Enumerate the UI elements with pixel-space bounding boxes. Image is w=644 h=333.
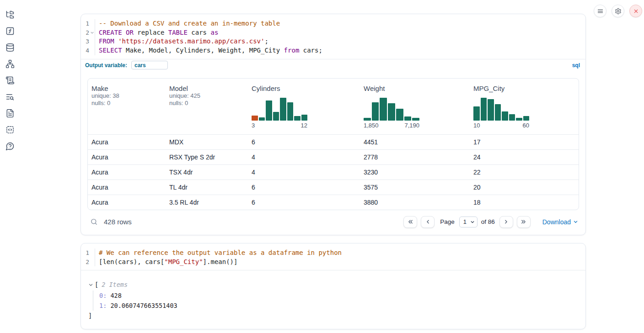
database-icon[interactable] [5,43,15,52]
column-stat: unique: 38 [91,92,162,100]
table-footer: 428 rows Page 1 of 86 [81,210,585,235]
histogram-bar[interactable] [509,114,515,121]
table-cell: Acura [88,184,166,191]
column-header-model[interactable]: Modelunique: 425nulls: 0 [166,79,248,134]
histogram-min-label: 3 [252,122,255,129]
tree-collapse-icon[interactable] [88,282,93,287]
python-code-editor[interactable]: 1# We can reference the output variable … [81,243,585,270]
histogram-bar[interactable] [259,117,265,121]
histogram-bar[interactable] [481,98,487,121]
histogram-bar[interactable] [473,106,480,121]
histogram-bar[interactable] [488,99,494,121]
tree-entry[interactable]: 1: 20.060747663551403 [99,301,578,311]
column-stat: nulls: 0 [91,100,162,107]
table-cell: 22 [470,169,579,176]
histogram-bar[interactable] [301,115,308,121]
chevron-down-icon [573,219,578,224]
table-cell: Acura [88,138,166,146]
first-page-button[interactable] [403,216,417,228]
histogram-bar[interactable] [516,118,522,121]
histogram-bar[interactable] [372,102,379,121]
previous-page-button[interactable] [421,216,435,228]
output-variable-label: Output variable: [85,62,127,69]
python-cell: 1# We can reference the output variable … [80,243,586,329]
histogram-bar[interactable] [388,103,395,121]
table-cell: 17 [470,138,579,146]
language-badge[interactable]: sql [572,62,580,69]
fold-spacer [89,37,95,46]
close-icon[interactable] [629,5,642,17]
gear-icon[interactable] [612,5,624,17]
table-cell: 6 [248,138,360,146]
column-title: Model [169,85,244,92]
table-cell: TSX 4dr [166,169,248,176]
document-icon[interactable] [5,109,15,118]
histogram-bar[interactable] [495,104,501,121]
help-icon[interactable] [5,142,15,151]
histogram-bar[interactable] [396,109,403,121]
next-page-button[interactable] [499,216,513,228]
download-button[interactable]: Download [542,218,578,226]
sql-code-editor[interactable]: 1-- Download a CSV and create an in-memo… [81,14,585,59]
page-select[interactable]: 1 [459,217,478,227]
scroll-icon[interactable] [5,76,15,85]
column-header-cylinders[interactable]: Cylinders312 [248,79,360,134]
histogram-bar[interactable] [294,116,301,121]
snippets-icon[interactable] [5,125,15,134]
code-line[interactable]: 2CREATE OR replace TABLE cars as [81,28,585,37]
table-row[interactable]: AcuraMDX6445117 [88,134,579,149]
column-header-make[interactable]: Makeunique: 38nulls: 0 [88,79,166,134]
line-number-gutter: 2 [81,28,95,37]
tree-items-count: 2 Items [102,280,128,290]
table-cell: 6 [248,199,360,206]
histogram-bar[interactable] [266,100,272,121]
left-panel-toolbar [0,0,20,333]
code-line[interactable]: 4SELECT Make, Model, Cylinders, Weight, … [81,46,585,55]
code-line[interactable]: 3FROM 'https://datasets.marimo.app/cars.… [81,37,585,46]
code-line[interactable]: 2[len(cars), cars["MPG_City"].mean()] [81,258,585,267]
last-page-button[interactable] [517,216,531,228]
table-row[interactable]: Acura3.5 RL 4dr6388018 [88,195,579,210]
table-row[interactable]: AcuraRSX Type S 2dr4277824 [88,149,579,164]
code-line[interactable]: 1-- Download a CSV and create an in-memo… [81,19,585,28]
histogram-bar[interactable] [364,118,371,121]
histogram-bar[interactable] [380,98,387,121]
histogram-bar[interactable] [273,112,279,121]
column-header-weight[interactable]: Weight1,8507,190 [360,79,470,134]
table-cell: Acura [88,153,166,161]
table-body: AcuraMDX6445117AcuraRSX Type S 2dr427782… [88,134,579,210]
output-tree: [ 2 Items 0: 4281: 20.060747663551403 ] [81,270,585,329]
dependency-graph-icon[interactable] [5,59,15,69]
notebook: 1-- Download a CSV and create an in-memo… [80,14,586,329]
text-search-icon[interactable] [5,92,15,101]
table-header-row: Makeunique: 38nulls: 0Modelunique: 425nu… [88,79,579,134]
output-variable-input[interactable] [131,61,168,69]
histogram-bar[interactable] [280,98,286,121]
histogram-bar[interactable] [252,116,258,121]
row-count: 428 rows [104,218,132,226]
table-row[interactable]: AcuraTSX 4dr4323022 [88,164,579,180]
fold-chevron-icon[interactable] [89,28,95,37]
search-icon[interactable] [90,218,98,226]
histogram-bar[interactable] [412,118,419,121]
column-title: Make [91,85,162,92]
tree-entry-value: 428 [107,292,122,299]
page-label: Page [440,218,455,225]
histogram-bar[interactable] [523,116,530,121]
file-tree-icon[interactable] [5,10,15,19]
histogram-min-label: 1,850 [364,122,379,129]
histogram-bar[interactable] [502,111,508,121]
column-title: Cylinders [252,85,356,92]
tree-entry[interactable]: 0: 428 [99,291,578,301]
table-row[interactable]: AcuraTL 4dr6357520 [88,180,579,195]
code-line[interactable]: 1# We can reference the output variable … [81,248,585,258]
column-header-mpg_city[interactable]: MPG_City1060 [470,79,579,134]
table-cell: 18 [470,199,579,206]
table-cell: Acura [88,169,166,176]
histogram-bar[interactable] [404,116,412,121]
function-icon[interactable] [5,26,15,36]
histogram-bar[interactable] [287,102,294,121]
menu-icon[interactable] [594,5,606,17]
table-cell: MDX [166,138,248,146]
code-text: [len(cars), cars["MPG_City"].mean()] [95,258,237,267]
